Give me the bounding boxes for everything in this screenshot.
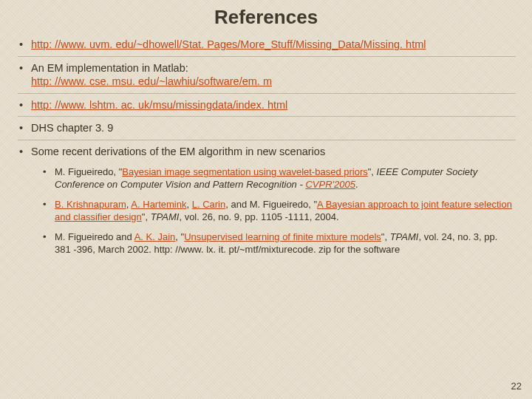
s2-author3-link[interactable]: L. Carin: [192, 199, 226, 210]
ref-item-4: DHS chapter 3. 9: [18, 116, 516, 140]
s1-conf-link[interactable]: CVPR'2005: [305, 179, 355, 190]
ref3-link[interactable]: http: //www. lshtm. ac. uk/msu/missingda…: [31, 99, 287, 111]
references-list: http: //www. uvm. edu/~dhowell/Stat. Pag…: [0, 33, 532, 265]
s1-end: .: [355, 179, 358, 190]
s2-end: ",: [142, 211, 151, 222]
s2-c3: , and M. Figueiredo, ": [225, 199, 317, 210]
ref-item-2: An EM implementation in Matlab: http: //…: [18, 56, 516, 93]
s2-author1-link[interactable]: B. Krishnapuram: [55, 199, 126, 210]
s3-mid: ",: [381, 231, 390, 242]
ref4-text: DHS chapter 3. 9: [31, 122, 113, 134]
s1-mid: ",: [368, 166, 377, 177]
sub-list: M. Figueiredo, "Bayesian image segmentat…: [31, 163, 516, 259]
s2-ital: TPAMI: [151, 211, 180, 222]
s2-tail: , vol. 26, no. 9, pp. 1105 -1111, 2004.: [179, 211, 338, 222]
s3-ital: TPAMI: [390, 231, 419, 242]
page-number: 22: [511, 381, 522, 392]
ref-item-3: http: //www. lshtm. ac. uk/msu/missingda…: [18, 93, 516, 117]
s3-author-link[interactable]: A. K. Jain: [134, 231, 176, 242]
ref2-link[interactable]: http: //www. cse. msu. edu/~lawhiu/softw…: [31, 75, 272, 87]
s3-pre: M. Figueiredo and: [55, 231, 134, 242]
s2-author2-link[interactable]: A. Hartemink: [131, 199, 186, 210]
sub-item-1: M. Figueiredo, "Bayesian image segmentat…: [43, 163, 516, 195]
ref-item-5: Some recent derivations of the EM algori…: [18, 140, 516, 265]
page-title: References: [0, 0, 532, 33]
ref5-text: Some recent derivations of the EM algori…: [31, 146, 325, 157]
ref-item-1: http: //www. uvm. edu/~dhowell/Stat. Pag…: [18, 33, 516, 56]
s1-pre: M. Figueiredo, ": [55, 166, 122, 177]
s3-title-link[interactable]: Unsupervised learning of finite mixture …: [184, 231, 381, 242]
sub-item-2: B. Krishnapuram, A. Hartemink, L. Carin,…: [43, 195, 516, 228]
s3-c: , ": [175, 231, 184, 242]
s2-c2: ,: [186, 199, 191, 210]
sub-item-3: M. Figueiredo and A. K. Jain, "Unsupervi…: [43, 228, 516, 260]
ref2-text: An EM implementation in Matlab:: [31, 62, 188, 74]
ref1-link[interactable]: http: //www. uvm. edu/~dhowell/Stat. Pag…: [31, 38, 426, 50]
s1-link[interactable]: Bayesian image segmentation using wavele…: [122, 166, 367, 177]
